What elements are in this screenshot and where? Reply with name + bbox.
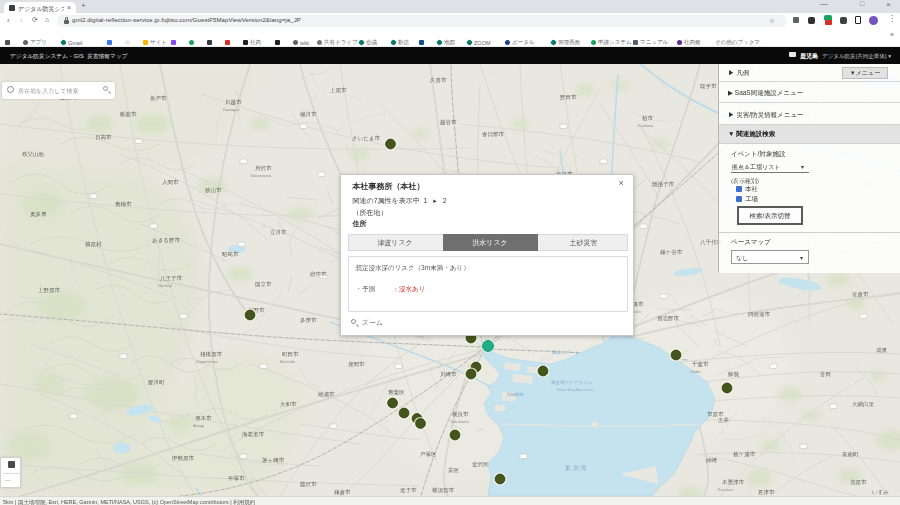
svg-text:飯能市: 飯能市 (120, 111, 137, 118)
svg-text:五井: 五井 (718, 417, 730, 423)
svg-text:相模原市: 相模原市 (200, 351, 223, 357)
svg-text:上野原市: 上野原市 (38, 287, 61, 293)
svg-text:習志野市: 習志野市 (657, 315, 680, 322)
svg-text:佐倉市: 佐倉市 (852, 291, 869, 297)
svg-text:あきる野市: あきる野市 (152, 237, 180, 244)
svg-text:坂戸市: 坂戸市 (150, 95, 167, 101)
svg-text:川越市: 川越市 (225, 99, 242, 106)
svg-text:平塚市: 平塚市 (228, 475, 245, 481)
svg-text:入間市: 入間市 (162, 179, 179, 186)
svg-text:Kisarazu: Kisarazu (718, 487, 734, 492)
svg-text:横須賀市: 横須賀市 (432, 487, 455, 493)
svg-text:上尾市: 上尾市 (330, 87, 347, 93)
svg-text:長南町: 長南町 (842, 451, 859, 457)
svg-text:成東: 成東 (876, 347, 888, 353)
svg-text:町田市: 町田市 (282, 351, 299, 357)
svg-text:座間市: 座間市 (348, 361, 365, 368)
svg-text:秩父山地: 秩父山地 (22, 151, 45, 157)
svg-text:奥多摩: 奥多摩 (30, 211, 47, 217)
svg-text:君津市: 君津市 (757, 489, 775, 496)
svg-text:蘇我: 蘇我 (728, 371, 740, 378)
svg-text:所沢市: 所沢市 (255, 165, 272, 171)
svg-text:檜原村: 檜原村 (85, 241, 102, 248)
svg-text:大網白里: 大網白里 (852, 401, 875, 408)
svg-text:大和市: 大和市 (280, 401, 297, 407)
svg-text:東 京 湾: 東 京 湾 (565, 464, 586, 472)
svg-text:伊勢原市: 伊勢原市 (171, 455, 195, 462)
svg-text:桶川市: 桶川市 (300, 111, 317, 117)
svg-text:鎌ケ谷市: 鎌ケ谷市 (660, 249, 683, 255)
svg-text:Chiba: Chiba (690, 369, 701, 374)
svg-text:厚木市: 厚木市 (195, 415, 212, 421)
svg-text:袖ケ浦市: 袖ケ浦市 (733, 451, 756, 458)
svg-text:柏市: 柏市 (641, 115, 654, 122)
svg-text:Yokohama: Yokohama (450, 419, 470, 424)
svg-text:栄区: 栄区 (448, 467, 460, 473)
svg-text:Kashiwa: Kashiwa (638, 123, 654, 128)
svg-text:八王子市: 八王子市 (160, 275, 183, 282)
svg-text:川崎市: 川崎市 (440, 371, 457, 377)
svg-text:千葉市: 千葉市 (692, 361, 709, 368)
svg-text:横浜市: 横浜市 (452, 411, 469, 418)
svg-text:狭山市: 狭山市 (205, 187, 222, 193)
svg-text:久喜市: 久喜市 (430, 77, 447, 83)
svg-text:青梅市: 青梅市 (115, 201, 132, 208)
svg-text:金沢区: 金沢区 (472, 461, 489, 467)
svg-text:多摩市: 多摩市 (300, 317, 317, 323)
svg-text:Hachioji: Hachioji (158, 283, 172, 288)
svg-text:木更津市: 木更津市 (722, 479, 745, 486)
svg-text:日高市: 日高市 (95, 134, 112, 141)
svg-text:茅ヶ崎市: 茅ヶ崎市 (262, 457, 285, 463)
svg-text:誉田: 誉田 (820, 371, 831, 378)
svg-text:国立市: 国立市 (255, 281, 272, 288)
svg-text:Sagamihara: Sagamihara (196, 359, 218, 364)
svg-text:いすみ: いすみ (872, 489, 889, 496)
svg-text:四街道市: 四街道市 (748, 311, 771, 318)
svg-text:茂原市: 茂原市 (850, 479, 867, 485)
svg-text:府中市: 府中市 (310, 271, 327, 277)
svg-text:戸塚区: 戸塚区 (420, 451, 437, 457)
svg-text:春日部市: 春日部市 (482, 131, 505, 138)
svg-text:立川市: 立川市 (270, 229, 287, 235)
svg-text:さいたま市: さいたま市 (352, 135, 381, 142)
svg-text:Atsugi: Atsugi (193, 423, 204, 428)
svg-text:海老名市: 海老名市 (242, 431, 265, 438)
svg-text:Tokorozawa: Tokorozawa (250, 173, 272, 178)
svg-text:昭島市: 昭島市 (222, 251, 239, 257)
svg-text:舞浜リゾート: 舞浜リゾート (552, 350, 579, 355)
svg-text:越谷市: 越谷市 (440, 119, 457, 126)
svg-text:藤沢市: 藤沢市 (300, 481, 317, 487)
svg-text:姉崎: 姉崎 (706, 457, 718, 463)
svg-text:Kawagoe: Kawagoe (223, 107, 240, 112)
svg-text:取手市: 取手市 (700, 83, 717, 89)
svg-text:青葉区: 青葉区 (388, 389, 405, 396)
svg-text:野田市: 野田市 (560, 94, 577, 100)
svg-text:逗子市: 逗子市 (400, 487, 417, 493)
svg-text:綾瀬市: 綾瀬市 (317, 391, 335, 398)
svg-text:愛川町: 愛川町 (148, 379, 165, 386)
svg-text:Machida: Machida (280, 359, 296, 364)
svg-text:川崎航路: 川崎航路 (506, 392, 525, 397)
svg-text:鎌倉市: 鎌倉市 (334, 489, 351, 495)
svg-text:我孫子市: 我孫子市 (652, 181, 675, 188)
svg-text:Tokyo Bay Aqua-Line: Tokyo Bay Aqua-Line (556, 387, 594, 392)
